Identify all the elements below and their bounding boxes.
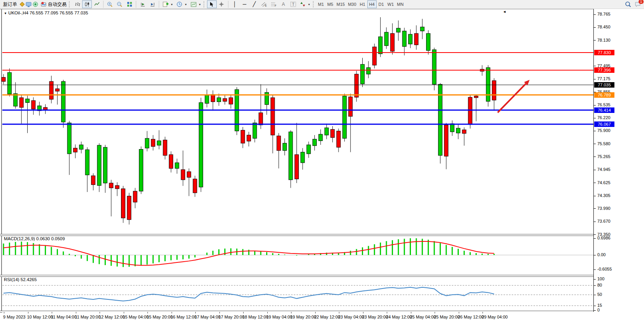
time-tick-mark [267,312,268,313]
annotation-arrow-shaft[interactable] [498,84,526,113]
time-axis[interactable]: 9 May 202310 May 12:0011 May 04:0011 May… [2,312,644,322]
candle-body [74,148,77,152]
candle-body [175,163,179,169]
price-tick-label: 77.175 [597,76,611,81]
auto-scroll-button[interactable] [138,0,147,8]
price-tick-label: 75.265 [597,154,611,159]
candle-body [217,98,221,102]
time-tick-label: 12 May 12:00 [99,315,125,319]
tab-timeframe-m30[interactable]: M30 [346,0,358,8]
cursor-button[interactable] [207,0,217,8]
signal-icon[interactable] [32,1,39,7]
cursor-icon [209,1,215,7]
crosshair-button[interactable] [217,0,226,8]
price-tick-mark [594,144,596,144]
tab-timeframe-w1[interactable]: W1 [386,0,396,8]
candle-body [163,140,167,155]
horizontal-line-button[interactable]: ─ [240,0,249,8]
tile-windows-button[interactable] [125,0,134,8]
dropdown-caret-icon: ▼ [308,3,311,6]
time-tick-mark [195,312,196,313]
candle-body [283,143,287,151]
candle-body [14,93,18,106]
candle-body [426,33,430,51]
candle-body [55,89,59,91]
candlestick-chart-icon [84,1,90,7]
candle-body [432,50,436,84]
tab-timeframe-m1[interactable]: M1 [316,0,326,8]
search-button[interactable] [623,0,633,8]
time-tick-mark [291,312,291,313]
bar-chart-button[interactable] [72,0,82,8]
time-tick-mark [124,312,124,313]
line-chart-button[interactable] [92,0,102,8]
tab-timeframe-h1[interactable]: H1 [358,0,367,8]
crosshair-icon [218,1,225,7]
text-label-button[interactable]: T [288,0,298,8]
time-tick-label: 25 May 20:00 [434,315,460,319]
time-tick-label: 25 May 04:00 [410,315,436,319]
zoom-out-icon [116,1,123,7]
panel-separator[interactable] [0,234,644,236]
vertical-line-button[interactable]: │ [230,0,240,8]
candle-body [169,155,173,168]
candle-body [205,95,209,104]
tab-timeframe-m15[interactable]: M15 [335,0,346,8]
time-tick-mark [52,312,52,313]
price-tick-label: 75.900 [597,128,611,133]
candle-body [139,149,143,191]
candle-body [354,74,358,97]
new-order-button[interactable]: 新订单 [2,0,19,8]
text-icon: A [280,1,287,7]
periods-clock-button[interactable]: ▼ [175,0,189,8]
time-tick-label: 16 May 12:00 [171,315,197,319]
price-line-badge: 77.035 [594,82,614,88]
time-tick-label: 29 May 04:00 [482,315,508,319]
tab-timeframe-mn[interactable]: MN [395,0,405,8]
candle-body [121,189,125,218]
template-button[interactable]: ▼ [189,0,203,8]
chart-shift-button[interactable] [147,0,157,8]
panel-separator[interactable] [0,275,644,277]
arrows-button[interactable]: ▼ [298,0,312,8]
time-tick-label: 23 May 20:00 [362,315,388,319]
candle-body [247,135,251,141]
candle-body [474,96,478,98]
new-order-icon[interactable] [19,1,25,7]
price-chart-panel[interactable] [2,13,593,235]
zoom-out-button[interactable] [115,0,125,8]
rsi-tick-label: 0 [597,308,600,312]
auto-scroll-icon [139,1,146,7]
trendline-button[interactable]: ╱ [249,0,259,8]
macd-tick-label: -0.6055 [597,267,612,271]
tab-timeframe-d1[interactable]: D1 [377,0,386,8]
rsi-tick-label: 100 [597,276,604,281]
price-tick-label: 78.765 [597,12,611,16]
channel-button[interactable]: E [259,0,269,8]
terminal-icon[interactable] [25,1,32,7]
autotrading-button[interactable]: 自动交易 [39,0,68,8]
price-tick-mark [594,118,596,118]
fibonacci-icon: F [270,1,277,7]
candlestick-chart-button[interactable] [82,0,92,8]
candle-body [127,196,131,220]
time-tick-mark [411,312,411,313]
price-tick-label: 76.535 [597,102,611,107]
text-button[interactable]: A [279,0,288,8]
price-tick-label: 74.625 [597,180,611,185]
price-axis[interactable]: 78.76578.45078.13077.49577.17576.85576.5… [594,9,644,312]
fibonacci-button[interactable]: F [269,0,279,8]
macd-panel[interactable] [2,236,593,275]
tab-timeframe-h4[interactable]: H4 [367,0,377,8]
rsi-panel[interactable] [2,276,593,311]
time-tick-mark [243,312,244,313]
zoom-in-button[interactable] [105,0,115,8]
add-indicator-button[interactable]: ▼ [161,0,175,8]
time-tick-label: 19 May 20:00 [290,315,316,319]
candle-body [229,98,233,104]
rsi-tick-label: 15 [597,303,602,308]
rsi-tick-label: 80 [597,283,602,287]
candle-body [367,68,370,74]
price-tick-label: 78.130 [597,38,611,42]
tab-timeframe-m5[interactable]: M5 [326,0,335,8]
